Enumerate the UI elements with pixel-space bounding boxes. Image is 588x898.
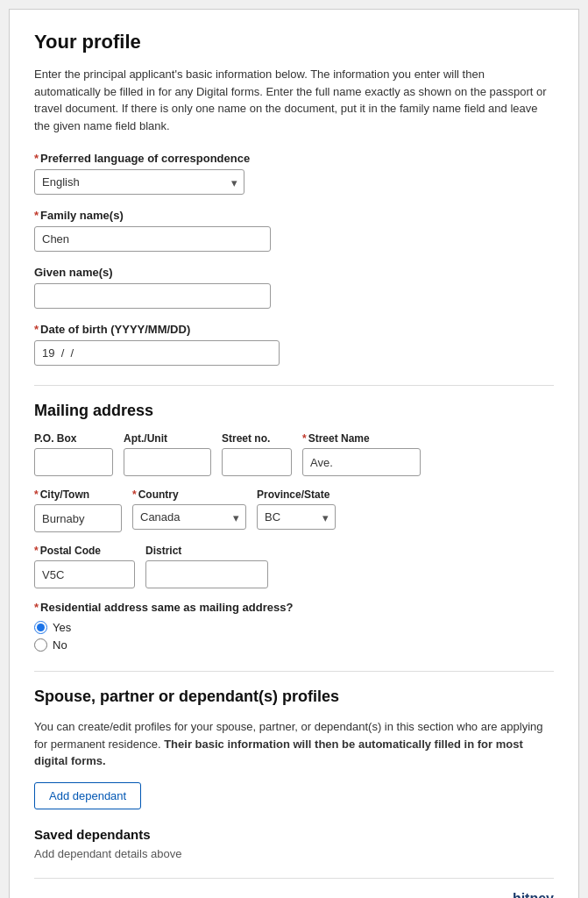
country-label: *Country [132, 488, 246, 501]
family-name-label: *Family name(s) [34, 209, 554, 222]
radio-yes[interactable] [34, 621, 47, 634]
radio-no-label[interactable]: No [34, 638, 554, 652]
country-required-star: * [132, 488, 137, 501]
city-input[interactable] [34, 504, 122, 532]
logo-text: hitney Travel &Food [513, 891, 554, 899]
pobox-field: P.O. Box [34, 432, 113, 476]
country-field: *Country Canada United States [132, 488, 246, 532]
streetno-input[interactable] [222, 448, 292, 476]
streetno-field: Street no. [222, 432, 292, 476]
dob-input[interactable] [34, 340, 280, 366]
family-name-required-star: * [34, 209, 39, 222]
radio-yes-label[interactable]: Yes [34, 621, 554, 634]
spouse-section-title: Spouse, partner or dependant(s) profiles [34, 688, 554, 706]
radio-group: Yes No [34, 621, 554, 652]
spouse-intro: You can create/edit profiles for your sp… [34, 718, 554, 770]
given-name-label: Given name(s) [34, 266, 554, 279]
province-select-wrapper[interactable]: BC AB ON QC [257, 504, 336, 530]
page-container: Your profile Enter the principal applica… [9, 9, 579, 898]
intro-text: Enter the principal applicant's basic in… [34, 66, 554, 134]
language-select[interactable]: English French [34, 169, 244, 195]
postalcode-label: *Postal Code [34, 545, 135, 557]
country-select-wrapper[interactable]: Canada United States [132, 504, 246, 530]
given-name-field-group: Given name(s) [34, 266, 554, 309]
streetname-required-star: * [302, 432, 307, 445]
streetname-field: *Street Name [302, 432, 421, 476]
residential-field-group: *Residential address same as mailing add… [34, 601, 554, 652]
address-row-2: *City/Town *Country Canada United States… [34, 488, 554, 532]
postalcode-input[interactable] [34, 560, 135, 588]
saved-dependants-title: Saved dependants [34, 827, 554, 842]
streetno-label: Street no. [222, 432, 292, 445]
city-label: *City/Town [34, 488, 122, 501]
district-input[interactable] [145, 560, 268, 588]
city-field: *City/Town [34, 488, 122, 532]
pobox-label: P.O. Box [34, 432, 113, 445]
language-label: *Preferred language of correspondence [34, 152, 554, 165]
district-field: District [145, 545, 268, 588]
spouse-divider [34, 671, 554, 672]
province-label: Province/State [257, 488, 336, 501]
city-required-star: * [34, 488, 39, 501]
given-name-input[interactable] [34, 283, 271, 309]
saved-note: Add dependant details above [34, 847, 554, 860]
mailing-address-title: Mailing address [34, 402, 554, 420]
streetname-label: *Street Name [302, 432, 421, 445]
apt-field: Apt./Unit [124, 432, 211, 476]
spouse-section: Spouse, partner or dependant(s) profiles… [34, 688, 554, 860]
postalcode-field: *Postal Code [34, 545, 135, 588]
family-name-input[interactable] [34, 226, 271, 252]
family-name-field-group: *Family name(s) [34, 209, 554, 252]
residential-question: *Residential address same as mailing add… [34, 601, 554, 614]
province-field: Province/State BC AB ON QC [257, 488, 336, 532]
language-required-star: * [34, 152, 39, 165]
add-dependant-button[interactable]: Add dependant [34, 782, 141, 809]
logo-line1: hitney [513, 891, 554, 899]
apt-label: Apt./Unit [124, 432, 211, 445]
address-divider [34, 385, 554, 386]
address-row-3: *Postal Code District [34, 545, 554, 588]
wtf-logo: W hitney Travel &Food [464, 891, 554, 899]
dob-label: *Date of birth (YYYY/MM/DD) [34, 323, 554, 336]
postalcode-required-star: * [34, 545, 39, 557]
dob-required-star: * [34, 323, 39, 336]
radio-no[interactable] [34, 638, 47, 652]
dob-field-group: *Date of birth (YYYY/MM/DD) [34, 323, 554, 366]
residential-required-star: * [34, 601, 39, 614]
language-field-group: *Preferred language of correspondence En… [34, 152, 554, 195]
language-select-wrapper[interactable]: English French [34, 169, 244, 195]
page-title: Your profile [34, 31, 554, 53]
province-select[interactable]: BC AB ON QC [257, 504, 336, 530]
apt-input[interactable] [124, 448, 211, 476]
logo-w-letter: W [464, 891, 509, 898]
address-row-1: P.O. Box Apt./Unit Street no. *Street Na… [34, 432, 554, 476]
bottom-bar: Save and continue W hitney Travel &Food [34, 878, 554, 899]
country-select[interactable]: Canada United States [132, 504, 246, 530]
pobox-input[interactable] [34, 448, 113, 476]
streetname-input[interactable] [302, 448, 421, 476]
district-label: District [145, 545, 268, 557]
